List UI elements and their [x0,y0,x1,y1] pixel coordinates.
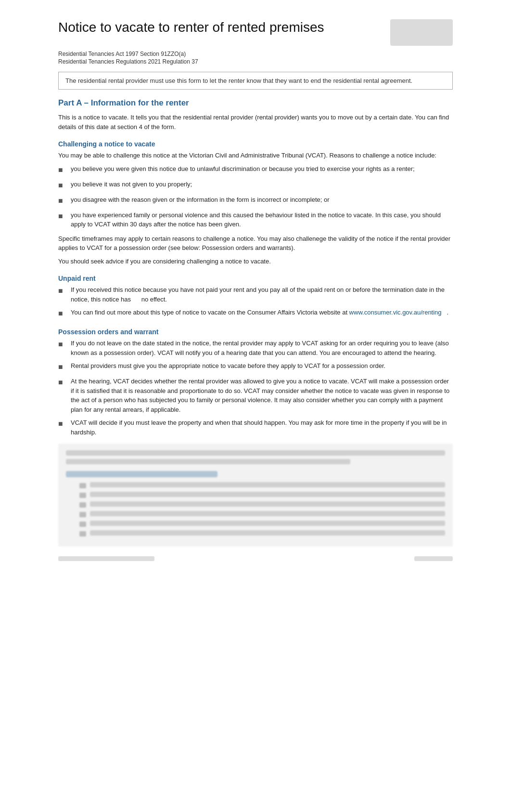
possession-heading: Possession orders and warrant [58,328,453,336]
page-title: Notice to vacate to renter of rented pre… [58,19,324,36]
possession-bullet-3: At the hearing, VCAT decides whether the… [71,377,453,414]
challenging-bullet-3: you disagree with the reason given or th… [71,195,330,205]
list-item: ■ If you received this notice because yo… [58,285,453,304]
unpaid-rent-bullet-1: If you received this notice because you … [71,285,453,304]
blurred-list-item [79,492,445,498]
part-a-heading: Part A – Information for the renter [58,98,453,109]
header-area: Notice to vacate to renter of rented pre… [58,19,453,46]
challenging-bullet-2: you believe it was not given to you prop… [71,180,192,189]
list-item: ■ you believe it was not given to you pr… [58,180,453,191]
list-item: ■ you have experienced family or persona… [58,210,453,229]
blurred-bullet-icon [79,483,86,488]
footer-line-right [414,556,453,561]
challenging-bullet-list: ■ you believe you were given this notice… [58,164,453,229]
unpaid-rent-bullet-2: You can find out more about this type of… [71,308,448,317]
footer-line-left [58,556,154,561]
blurred-bullet-icon [79,531,86,537]
bullet-icon: ■ [58,339,69,350]
blurred-list-item [79,501,445,508]
blurred-line [66,459,350,464]
unpaid-rent-bullet-list: ■ If you received this notice because yo… [58,285,453,319]
blurred-bullet-icon [79,493,86,498]
list-item: ■ At the hearing, VCAT decides whether t… [58,377,453,414]
challenging-intro: You may be able to challenge this notice… [58,151,453,160]
list-item: ■ Rental providers must give you the app… [58,361,453,373]
possession-bullet-1: If you do not leave on the date stated i… [71,339,453,357]
bullet-icon: ■ [58,377,69,388]
blurred-section-main [58,444,453,547]
page-container: Notice to vacate to renter of rented pre… [49,0,462,590]
list-item: ■ If you do not leave on the date stated… [58,339,453,357]
footer-blurred [58,556,453,561]
blurred-list-item [79,521,445,527]
subtitle-line-1: Residential Tenancies Act 1997 Section 9… [58,51,453,57]
subtitle-line-2: Residential Tenancies Regulations 2021 R… [58,58,453,65]
list-item: ■ VCAT will decide if you must leave the… [58,418,453,437]
blurred-bullet-list [66,482,445,537]
challenging-bullet-4: you have experienced family or personal … [71,210,453,229]
blurred-list-item [79,511,445,517]
bullet-icon: ■ [58,361,69,373]
bullet-icon: ■ [58,308,69,319]
blurred-heading [66,471,217,477]
challenging-para2: You should seek advice if you are consid… [58,257,453,266]
challenging-bullet-1: you believe you were given this notice d… [71,164,415,174]
title-block: Notice to vacate to renter of rented pre… [58,19,324,38]
unpaid-rent-heading: Unpaid rent [58,275,453,282]
part-a-intro: This is a notice to vacate. It tells you… [58,113,453,131]
list-item: ■ You can find out more about this type … [58,308,453,319]
blurred-list-item [79,482,445,488]
list-item: ■ you believe you were given this notice… [58,164,453,176]
possession-bullet-4: VCAT will decide if you must leave the p… [71,418,453,437]
bullet-icon: ■ [58,210,69,222]
blurred-subsection [66,471,445,537]
blurred-list-item [79,530,445,537]
possession-bullet-2: Rental providers must give you the appro… [71,361,385,371]
bullet-icon: ■ [58,418,69,430]
challenging-heading: Challenging a notice to vacate [58,140,453,148]
possession-bullet-list: ■ If you do not leave on the date stated… [58,339,453,437]
blurred-bullet-icon [79,502,86,508]
list-item: ■ you disagree with the reason given or … [58,195,453,207]
consumer-affairs-link[interactable]: www.consumer.vic.gov.au/renting [349,309,442,316]
bullet-icon: ■ [58,195,69,207]
challenging-para1: Specific timeframes may apply to certain… [58,234,453,253]
bullet-icon: ■ [58,164,69,176]
bullet-icon: ■ [58,180,69,191]
logo [390,19,453,46]
blurred-bullet-icon [79,512,86,517]
info-box: The residential rental provider must use… [58,72,453,90]
blurred-bullet-icon [79,522,86,527]
blurred-line [66,450,445,456]
bullet-icon: ■ [58,285,69,297]
